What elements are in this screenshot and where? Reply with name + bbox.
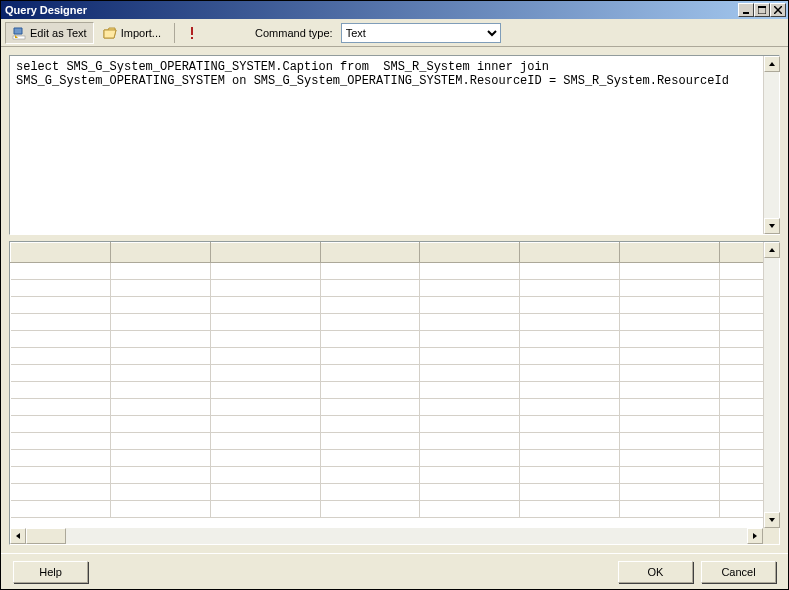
table-cell[interactable] <box>420 297 520 314</box>
table-cell[interactable] <box>210 382 320 399</box>
edit-as-text-button[interactable]: Edit as Text <box>5 22 94 44</box>
table-row[interactable] <box>11 484 764 501</box>
query-vscrollbar[interactable] <box>763 56 779 234</box>
table-cell[interactable] <box>620 501 720 518</box>
table-cell[interactable] <box>320 331 420 348</box>
table-row[interactable] <box>11 348 764 365</box>
table-cell[interactable] <box>720 399 763 416</box>
results-hscrollbar[interactable] <box>10 528 763 544</box>
results-grid[interactable] <box>10 242 763 528</box>
table-cell[interactable] <box>320 501 420 518</box>
table-cell[interactable] <box>11 297 111 314</box>
table-cell[interactable] <box>210 297 320 314</box>
table-cell[interactable] <box>420 399 520 416</box>
table-row[interactable] <box>11 501 764 518</box>
table-cell[interactable] <box>520 467 620 484</box>
table-cell[interactable] <box>720 382 763 399</box>
table-cell[interactable] <box>320 297 420 314</box>
table-cell[interactable] <box>520 399 620 416</box>
table-row[interactable] <box>11 433 764 450</box>
table-cell[interactable] <box>110 484 210 501</box>
table-cell[interactable] <box>210 484 320 501</box>
execute-button[interactable] <box>181 22 203 44</box>
table-cell[interactable] <box>210 263 320 280</box>
table-cell[interactable] <box>320 365 420 382</box>
minimize-button[interactable] <box>738 3 754 17</box>
table-cell[interactable] <box>520 263 620 280</box>
table-cell[interactable] <box>420 348 520 365</box>
table-row[interactable] <box>11 399 764 416</box>
table-row[interactable] <box>11 280 764 297</box>
table-cell[interactable] <box>520 433 620 450</box>
column-header[interactable] <box>110 243 210 263</box>
table-cell[interactable] <box>110 263 210 280</box>
table-cell[interactable] <box>420 484 520 501</box>
table-cell[interactable] <box>620 450 720 467</box>
table-cell[interactable] <box>210 348 320 365</box>
table-cell[interactable] <box>11 365 111 382</box>
table-cell[interactable] <box>420 433 520 450</box>
table-cell[interactable] <box>110 416 210 433</box>
cancel-button[interactable]: Cancel <box>701 561 776 583</box>
table-cell[interactable] <box>720 433 763 450</box>
table-cell[interactable] <box>520 484 620 501</box>
column-header[interactable] <box>620 243 720 263</box>
table-cell[interactable] <box>11 450 111 467</box>
table-cell[interactable] <box>620 314 720 331</box>
table-cell[interactable] <box>520 331 620 348</box>
column-header[interactable] <box>720 243 763 263</box>
table-cell[interactable] <box>420 450 520 467</box>
table-cell[interactable] <box>620 297 720 314</box>
table-cell[interactable] <box>620 484 720 501</box>
table-cell[interactable] <box>320 450 420 467</box>
table-cell[interactable] <box>210 501 320 518</box>
table-cell[interactable] <box>11 484 111 501</box>
table-cell[interactable] <box>720 416 763 433</box>
table-cell[interactable] <box>320 314 420 331</box>
table-cell[interactable] <box>620 280 720 297</box>
table-cell[interactable] <box>210 416 320 433</box>
table-cell[interactable] <box>720 484 763 501</box>
table-cell[interactable] <box>420 280 520 297</box>
scroll-track[interactable] <box>66 528 747 544</box>
maximize-button[interactable] <box>754 3 770 17</box>
table-cell[interactable] <box>720 297 763 314</box>
table-cell[interactable] <box>420 467 520 484</box>
table-row[interactable] <box>11 331 764 348</box>
table-cell[interactable] <box>320 399 420 416</box>
table-cell[interactable] <box>11 348 111 365</box>
table-cell[interactable] <box>720 501 763 518</box>
column-header[interactable] <box>420 243 520 263</box>
table-cell[interactable] <box>11 416 111 433</box>
table-cell[interactable] <box>620 365 720 382</box>
table-cell[interactable] <box>210 314 320 331</box>
table-cell[interactable] <box>320 484 420 501</box>
scroll-up-button[interactable] <box>764 56 780 72</box>
table-row[interactable] <box>11 382 764 399</box>
table-cell[interactable] <box>210 467 320 484</box>
table-cell[interactable] <box>520 382 620 399</box>
table-cell[interactable] <box>110 382 210 399</box>
table-row[interactable] <box>11 450 764 467</box>
table-cell[interactable] <box>720 450 763 467</box>
table-cell[interactable] <box>620 467 720 484</box>
table-row[interactable] <box>11 365 764 382</box>
table-cell[interactable] <box>520 416 620 433</box>
column-header[interactable] <box>11 243 111 263</box>
table-cell[interactable] <box>320 416 420 433</box>
table-cell[interactable] <box>420 365 520 382</box>
table-row[interactable] <box>11 263 764 280</box>
table-cell[interactable] <box>210 450 320 467</box>
table-cell[interactable] <box>320 263 420 280</box>
scroll-track[interactable] <box>764 258 779 512</box>
table-cell[interactable] <box>320 433 420 450</box>
table-cell[interactable] <box>210 399 320 416</box>
import-button[interactable]: Import... <box>96 22 168 44</box>
table-cell[interactable] <box>11 280 111 297</box>
table-cell[interactable] <box>320 348 420 365</box>
table-cell[interactable] <box>11 331 111 348</box>
table-cell[interactable] <box>520 450 620 467</box>
close-button[interactable] <box>770 3 786 17</box>
table-cell[interactable] <box>110 297 210 314</box>
help-button[interactable]: Help <box>13 561 88 583</box>
